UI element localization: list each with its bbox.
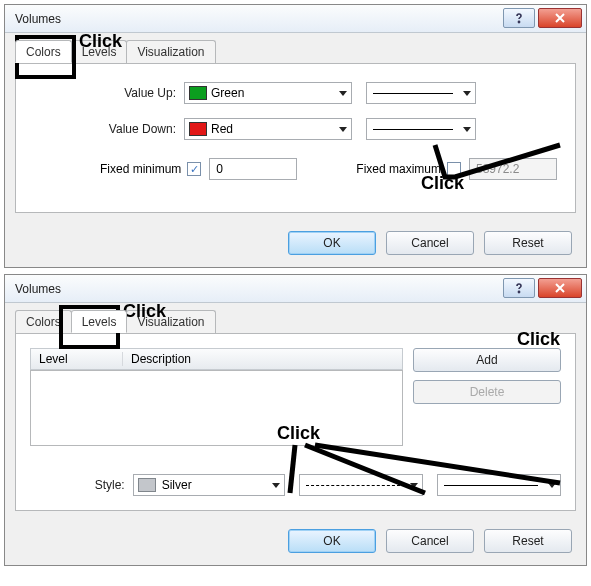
value-down-color-dropdown[interactable]: Red: [184, 118, 352, 140]
help-button[interactable]: [503, 278, 535, 298]
style-color-text: Silver: [160, 478, 269, 492]
tab-visualization[interactable]: Visualization: [126, 310, 215, 333]
value-down-linestyle-dropdown[interactable]: [366, 118, 476, 140]
fixed-min-checkbox[interactable]: [187, 162, 201, 176]
style-label: Style:: [30, 478, 133, 492]
tabstrip: Colors Levels Visualization: [15, 310, 576, 334]
titlebar[interactable]: Volumes: [5, 275, 586, 303]
style-linepattern-dropdown[interactable]: [299, 474, 423, 496]
fixed-max-label: Fixed maximum: [356, 162, 441, 176]
line-preview: [444, 485, 538, 486]
chevron-down-icon: [459, 119, 475, 139]
close-button[interactable]: [538, 278, 582, 298]
titlebar-buttons: [503, 278, 582, 298]
add-button[interactable]: Add: [413, 348, 561, 372]
fixed-min-input[interactable]: [209, 158, 297, 180]
reset-button[interactable]: Reset: [484, 231, 572, 255]
value-up-color-dropdown[interactable]: Green: [184, 82, 352, 104]
style-row: Style: Silver: [30, 474, 561, 496]
chevron-down-icon: [268, 475, 284, 495]
svg-point-0: [518, 21, 519, 22]
list-header: Level Description: [30, 348, 403, 370]
cancel-button[interactable]: Cancel: [386, 231, 474, 255]
close-button[interactable]: [538, 8, 582, 28]
value-down-label: Value Down:: [34, 122, 184, 136]
volumes-dialog-colors: Volumes Colors Levels Visualization Valu…: [4, 4, 587, 268]
chevron-down-icon: [544, 475, 560, 495]
volumes-dialog-levels: Volumes Colors Levels Visualization Leve…: [4, 274, 587, 566]
line-preview-dashed: [306, 485, 400, 486]
chevron-down-icon: [335, 119, 351, 139]
button-bar: OK Cancel Reset: [5, 519, 586, 565]
titlebar[interactable]: Volumes: [5, 5, 586, 33]
tab-colors[interactable]: Colors: [15, 40, 72, 63]
chevron-down-icon: [335, 83, 351, 103]
levels-listbox[interactable]: [30, 370, 403, 446]
value-up-color-text: Green: [211, 86, 335, 100]
value-up-row: Value Up: Green: [34, 82, 557, 104]
fixed-values-row: Fixed minimum Fixed maximum: [34, 158, 557, 180]
tab-content-levels: Level Description Add Delete Style: Silv…: [15, 333, 576, 511]
tab-levels[interactable]: Levels: [71, 40, 128, 63]
dialog-body: Colors Levels Visualization Value Up: Gr…: [5, 33, 586, 221]
button-bar: OK Cancel Reset: [5, 221, 586, 267]
dialog-title: Volumes: [15, 12, 61, 26]
style-color-dropdown[interactable]: Silver: [133, 474, 286, 496]
value-up-swatch: [189, 86, 207, 100]
tab-levels[interactable]: Levels: [71, 310, 128, 333]
line-preview: [373, 93, 453, 94]
value-down-row: Value Down: Red: [34, 118, 557, 140]
cancel-button[interactable]: Cancel: [386, 529, 474, 553]
col-level[interactable]: Level: [31, 352, 123, 366]
delete-button[interactable]: Delete: [413, 380, 561, 404]
tab-visualization[interactable]: Visualization: [126, 40, 215, 63]
tabstrip: Colors Levels Visualization: [15, 40, 576, 64]
levels-side-buttons: Add Delete: [413, 348, 561, 446]
fixed-min-label: Fixed minimum: [100, 162, 181, 176]
value-up-linestyle-dropdown[interactable]: [366, 82, 476, 104]
value-down-color-text: Red: [211, 122, 335, 136]
titlebar-buttons: [503, 8, 582, 28]
style-linewidth-dropdown[interactable]: [437, 474, 561, 496]
dialog-title: Volumes: [15, 282, 61, 296]
tab-colors[interactable]: Colors: [15, 310, 72, 333]
tab-content-colors: Value Up: Green Value Down: Red: [15, 63, 576, 213]
value-up-label: Value Up:: [34, 86, 184, 100]
chevron-down-icon: [406, 475, 422, 495]
fixed-max-input[interactable]: [469, 158, 557, 180]
help-button[interactable]: [503, 8, 535, 28]
svg-point-1: [518, 291, 519, 292]
chevron-down-icon: [459, 83, 475, 103]
reset-button[interactable]: Reset: [484, 529, 572, 553]
ok-button[interactable]: OK: [288, 529, 376, 553]
value-down-swatch: [189, 122, 207, 136]
style-swatch: [138, 478, 156, 492]
col-description[interactable]: Description: [123, 352, 191, 366]
ok-button[interactable]: OK: [288, 231, 376, 255]
dialog-body: Colors Levels Visualization Level Descri…: [5, 303, 586, 519]
fixed-max-checkbox[interactable]: [447, 162, 461, 176]
line-preview: [373, 129, 453, 130]
levels-list-area: Level Description: [30, 348, 403, 446]
